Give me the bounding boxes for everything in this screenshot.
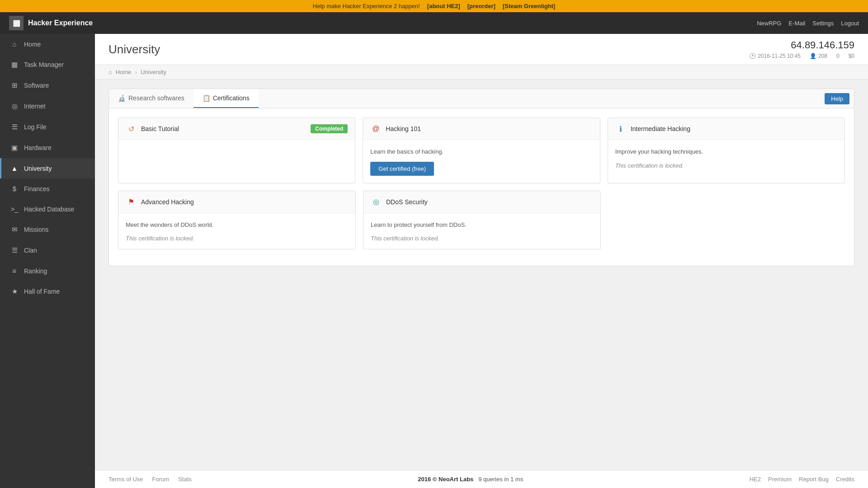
hackeddatabase-icon: >_	[10, 205, 19, 213]
ddos-description: Learn to protect yourself from DDoS.	[371, 221, 593, 230]
software-icon: ⊞	[10, 81, 19, 89]
cert-card-ddos-security: ◎ DDoS Security Learn to protect yoursel…	[363, 191, 601, 250]
help-button[interactable]: Help	[825, 93, 849, 104]
clan-icon: ☰	[10, 246, 19, 254]
ddos-icon: ◎	[371, 197, 382, 207]
sidebar-item-ranking[interactable]: ≡ Ranking	[0, 261, 95, 281]
cert-intermediate-header: ℹ Intermediate Hacking	[608, 118, 844, 140]
cert-card-advanced-hacking: ⚑ Advanced Hacking Meet the wonders of D…	[118, 191, 356, 250]
sidebar-item-halloffame[interactable]: ★ Hall of Fame	[0, 281, 95, 302]
sidebar-item-university[interactable]: ▲ University	[0, 158, 95, 178]
logo-icon: ▦	[9, 16, 24, 30]
ip-address: 64.89.146.159	[749, 39, 854, 51]
header-info: 64.89.146.159 🕐 2016-11-25 10:45 👤 208 0	[749, 39, 854, 59]
top-nav: ▦ Hacker Experience NewRPG E-Mail Settin…	[0, 12, 868, 34]
advanced-locked-text: This certification is locked.	[126, 235, 194, 242]
taskmanager-icon: ▦	[10, 61, 19, 69]
sidebar-item-label: Home	[24, 41, 41, 48]
sidebar-item-logfile[interactable]: ☰ Log File	[0, 117, 95, 137]
ddos-title: DDoS Security	[386, 198, 593, 206]
logo-text: Hacker Experience	[28, 19, 93, 27]
breadcrumb-home-icon: ⌂	[108, 69, 112, 75]
sidebar-item-label: Log File	[24, 123, 47, 131]
missions-icon: ✉	[10, 225, 19, 234]
clock-icon: 🕐	[749, 53, 756, 59]
tab-research-softwares[interactable]: 🔬 Research softwares	[109, 89, 193, 108]
sidebar-item-internet[interactable]: ◎ Internet	[0, 96, 95, 117]
sidebar-item-home[interactable]: ⌂ Home	[0, 34, 95, 54]
datetime-info: 🕐 2016-11-25 10:45	[749, 53, 801, 59]
breadcrumb-home-link[interactable]: Home	[116, 69, 132, 75]
finances-icon: $	[10, 185, 19, 192]
certs-row-1: ↺ Basic Tutorial Completed @ Hacking 101	[118, 117, 845, 183]
certs-row-2: ⚑ Advanced Hacking Meet the wonders of D…	[118, 191, 845, 250]
sidebar-item-finances[interactable]: $ Finances	[0, 178, 95, 199]
nav-email[interactable]: E-Mail	[788, 20, 805, 27]
internet-icon: ◎	[10, 102, 19, 110]
footer-terms[interactable]: Terms of Use	[108, 476, 143, 483]
cert-basic-tutorial-header: ↺ Basic Tutorial Completed	[118, 118, 355, 140]
sidebar-item-label: Hacked Database	[24, 206, 74, 213]
sidebar-item-hardware[interactable]: ▣ Hardware	[0, 137, 95, 158]
sidebar-item-missions[interactable]: ✉ Missions	[0, 219, 95, 240]
banner-link-about[interactable]: [about HE2]	[427, 3, 460, 9]
sidebar-item-label: Hardware	[24, 144, 52, 151]
ranking-icon: ≡	[10, 267, 19, 275]
content-area: 🔬 Research softwares 📋 Certifications He…	[95, 80, 868, 470]
sidebar-item-hackeddatabase[interactable]: >_ Hacked Database	[0, 199, 95, 219]
get-certified-hacking101-button[interactable]: Get certified (free)	[370, 162, 434, 176]
research-tab-label: Research softwares	[128, 94, 184, 102]
nav-settings[interactable]: Settings	[812, 20, 834, 27]
top-nav-links: NewRPG E-Mail Settings Logout	[757, 20, 859, 27]
tabs-header: 🔬 Research softwares 📋 Certifications He…	[109, 89, 854, 108]
footer-center: 2016 © NeoArt Labs 9 queries in 1 ms	[418, 476, 523, 483]
sidebar-item-taskmanager[interactable]: ▦ Task Manager	[0, 54, 95, 75]
sidebar-item-label: University	[24, 165, 52, 172]
page-title: University	[108, 42, 160, 56]
footer-he2[interactable]: HE2	[750, 476, 761, 483]
cert-intermediate-body: Improve your hacking techniques. This ce…	[608, 140, 844, 176]
sidebar-item-clan[interactable]: ☰ Clan	[0, 240, 95, 261]
intermediate-locked-text: This certification is locked.	[615, 162, 684, 169]
banner-link-preorder[interactable]: [preorder]	[467, 3, 495, 9]
users-online-info: 👤 208	[810, 53, 827, 59]
money-info: $0	[849, 53, 854, 59]
footer-credits[interactable]: Credits	[836, 476, 854, 483]
sidebar-item-label: Hall of Fame	[24, 288, 60, 295]
cert-hacking101-header: @ Hacking 101	[363, 118, 599, 140]
hacking101-title: Hacking 101	[386, 125, 592, 132]
sidebar-item-label: Software	[24, 82, 49, 89]
layout: ⌂ Home ▦ Task Manager ⊞ Software ◎ Inter…	[0, 34, 868, 488]
footer-left: Terms of Use Forum Stats	[108, 476, 192, 483]
nav-newrpg[interactable]: NewRPG	[757, 20, 781, 27]
intermediate-description: Improve your hacking techniques.	[615, 147, 837, 156]
tab-certifications[interactable]: 📋 Certifications	[193, 89, 259, 108]
advanced-description: Meet the wonders of DDoS world.	[126, 221, 348, 230]
sidebar-item-label: Internet	[24, 103, 45, 110]
top-banner: Help make Hacker Experience 2 happen! [a…	[0, 0, 868, 12]
banner-text: Help make Hacker Experience 2 happen!	[313, 3, 420, 9]
advanced-title: Advanced Hacking	[141, 198, 348, 206]
footer-forum[interactable]: Forum	[152, 476, 170, 483]
footer-right: HE2 Premium Report Bug Credits	[750, 476, 854, 483]
university-icon: ▲	[10, 164, 19, 172]
cert-advanced-header: ⚑ Advanced Hacking	[118, 191, 355, 213]
sidebar-item-software[interactable]: ⊞ Software	[0, 75, 95, 96]
banner-link-greenlight[interactable]: [Steam Greenlight]	[503, 3, 555, 9]
nav-logout[interactable]: Logout	[841, 20, 859, 27]
cert-advanced-body: Meet the wonders of DDoS world. This cer…	[118, 213, 355, 249]
tabs-container: 🔬 Research softwares 📋 Certifications He…	[108, 89, 854, 266]
certs-body: ↺ Basic Tutorial Completed @ Hacking 101	[109, 108, 854, 266]
credits-info: 0	[836, 53, 840, 59]
certifications-tab-label: Certifications	[213, 94, 250, 102]
sidebar-item-label: Ranking	[24, 267, 47, 275]
certifications-tab-icon: 📋	[203, 94, 210, 102]
footer-reportbug[interactable]: Report Bug	[799, 476, 829, 483]
intermediate-icon: ℹ	[615, 123, 626, 134]
basic-tutorial-icon: ↺	[126, 123, 137, 134]
footer-premium[interactable]: Premium	[768, 476, 792, 483]
logfile-icon: ☰	[10, 123, 19, 131]
home-icon: ⌂	[10, 40, 19, 48]
footer-stats[interactable]: Stats	[178, 476, 192, 483]
cert-card-basic-tutorial: ↺ Basic Tutorial Completed	[118, 117, 355, 183]
